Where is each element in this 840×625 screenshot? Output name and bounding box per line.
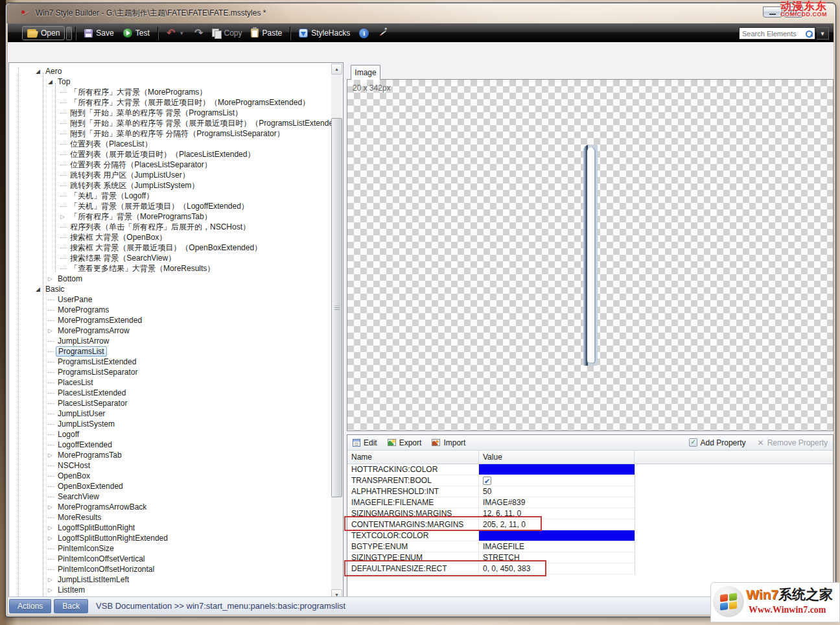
search-input[interactable] [740,30,805,38]
tree-item[interactable]: ▷MoreProgramsArrow [10,325,331,336]
property-row[interactable]: ALPHATHRESHOLD:INT50 [347,486,635,497]
documentation-breadcrumb[interactable]: VSB Documentation >> win7:start_menu:pan… [96,601,345,611]
expander-closed-icon[interactable]: ▷ [48,535,56,541]
tree-item[interactable]: PinItemIconOffsetHorizontal [10,564,331,574]
tree-item[interactable]: ProgramsList [10,346,331,357]
tree-item[interactable]: 附到「开始」菜单的程序等 背景（ProgramsList） [10,108,331,118]
tree-item[interactable]: LogoffExtended [10,440,331,450]
tree-item[interactable]: 「所有程序」大背景（MorePrograms） [10,87,331,97]
tree-item[interactable]: SearchView [10,491,331,502]
copy-button[interactable]: Copy [207,27,246,40]
tree-item[interactable]: JumpListUser [10,408,331,419]
tree-item[interactable]: JumpListSystem [10,419,331,429]
edit-button[interactable]: Edit [353,438,377,447]
tree-item[interactable]: ▷LogoffSplitButtonRightExtended [10,533,331,543]
property-row[interactable]: HOTTRACKING:COLOR [347,464,635,475]
scroll-up-button[interactable]: ▲ [331,64,342,75]
tree-vertical-scrollbar[interactable]: ▲ ▼ [331,64,342,600]
expander-open-icon[interactable]: ◢ [36,68,43,75]
tree-item[interactable]: 程序列表（单击「所有程序」后展开的，NSCHost） [10,222,331,232]
paste-button[interactable]: Paste [246,27,286,40]
tools-button[interactable] [373,27,392,40]
minimize-button[interactable] [763,6,782,18]
remove-property-button[interactable]: ✕ Remove Property [758,438,828,447]
expander-closed-icon[interactable]: ▷ [48,587,56,593]
tree-item[interactable]: ▷Bottom [10,274,331,284]
tree-item[interactable]: 位置列表（展开最近项目时）（PlacesListExtended） [10,149,331,159]
tree-item[interactable]: 「关机」背景（Logoff） [10,191,331,201]
tree-item[interactable]: ProgramsListSeparator [10,367,331,377]
tree-item[interactable]: OpenBox [10,471,331,481]
tree-item[interactable]: MorePrograms [10,305,331,315]
expander-closed-icon[interactable]: ▷ [48,576,56,583]
tree-item[interactable]: MoreResults [10,512,331,523]
tree-item[interactable]: ◢Basic [10,284,331,294]
tree-item[interactable]: PlacesListExtended [10,388,331,398]
tree-item[interactable]: MoreProgramsExtended [10,315,331,325]
test-button[interactable]: Test [119,27,154,40]
tree-item[interactable]: 搜索框 大背景（展开最近项目）（OpenBoxExtended） [10,242,331,253]
expander-closed-icon[interactable]: ▷ [48,504,56,510]
tree-item[interactable]: ▷MoreProgramsTab [10,450,331,460]
undo-dropdown-icon[interactable]: ▼ [179,30,184,36]
column-header-value[interactable]: Value [479,451,635,464]
property-row[interactable]: TEXTCOLOR:COLOR [347,530,635,541]
property-row[interactable]: IMAGEFILE:FILENAMEIMAGE#839 [347,497,635,508]
property-row[interactable]: BGTYPE:ENUMIMAGEFILE [347,541,635,552]
tree-item[interactable]: ▷JumpListListItemLeft [10,574,331,585]
expander-closed-icon[interactable]: ▷ [60,213,68,220]
expander-open-icon[interactable]: ◢ [36,286,43,292]
tree-item[interactable]: Logoff [10,429,331,440]
redo-button[interactable]: ↷ [190,27,207,40]
tree-item[interactable]: 「查看更多结果」大背景（MoreResults） [10,263,331,274]
tree-item[interactable]: ◢Top [10,77,331,87]
tree-item[interactable]: ▷MoreProgramsArrowBack [10,502,331,512]
open-button[interactable]: Open [22,26,65,40]
tree-item[interactable]: UserPane [10,294,331,305]
column-header-name[interactable]: Name [347,451,479,464]
expander-closed-icon[interactable]: ▷ [48,525,56,531]
expander-closed-icon[interactable]: ▷ [48,327,56,334]
tree-item[interactable]: OpenBoxExtended [10,481,331,491]
site-logo[interactable]: Win7系统之家 Www.Winwin7.com [710,582,840,622]
tree-item[interactable]: 跳转列表 系统区（JumpListSystem） [10,180,331,191]
tree-item[interactable]: NSCHost [10,460,331,471]
property-row[interactable]: TRANSPARENT:BOOL✔ [347,475,635,486]
search-icon[interactable] [805,30,813,38]
stylehacks-button[interactable]: StyleHacks [294,27,355,40]
tree-item[interactable]: ◢Aero [10,66,331,77]
expander-closed-icon[interactable]: ▷ [48,276,56,282]
tree-item[interactable]: ProgramsListExtended [10,357,331,367]
save-button[interactable]: Save [80,27,118,40]
tree-item[interactable]: PlacesListSeparator [10,398,331,408]
checkbox-checked[interactable]: ✔ [483,477,491,485]
tree-item[interactable]: 附到「开始」菜单的程序等 分隔符（ProgramsListSeparator） [10,128,331,139]
export-button[interactable]: Export [388,438,422,447]
tree-item[interactable]: ▷LogoffSplitButtonRight [10,523,331,533]
search-dropdown-button[interactable]: ▼ [817,27,829,40]
tree-item[interactable]: 附到「开始」菜单的程序等 背景（展开最近项目时）（ProgramsListExt… [10,118,331,128]
tree-item[interactable]: ▷「所有程序」背景（MoreProgramsTab） [10,211,331,222]
tree-item[interactable]: PinItemIconOffsetVertical [10,554,331,564]
add-property-button[interactable]: Add Property [689,438,746,447]
scrollbar-thumb[interactable] [331,118,342,497]
tree-item[interactable]: PlacesList [10,377,331,388]
tree-item[interactable]: 搜索框 大背景（OpenBox） [10,232,331,242]
info-button[interactable]: i [355,27,373,40]
actions-button[interactable]: Actions [9,599,51,613]
expander-closed-icon[interactable]: ▷ [48,452,56,458]
import-button[interactable]: Import [432,438,465,447]
back-button[interactable]: Back [54,599,88,613]
tree-item[interactable]: 位置列表（PlacesList） [10,139,331,149]
tree-item[interactable]: JumpListArrow [10,336,331,346]
undo-button[interactable]: ↶ ▼ [162,27,190,40]
tree-item[interactable]: 位置列表 分隔符（PlacesListSeparator） [10,159,331,170]
tree-item[interactable]: ▷ListItem [10,585,331,595]
tree-item[interactable]: 搜索结果 背景（SearchView） [10,253,331,263]
open-split-button[interactable] [66,27,72,40]
tab-image[interactable]: Image [351,65,380,80]
tree-item[interactable]: 「所有程序」大背景（展开最近项目时）（MoreProgramsExtended） [10,97,331,108]
tree-item[interactable]: PinItemIconSize [10,543,331,554]
tree-item[interactable]: 「关机」背景（展开最近项目）（LogoffExtended） [10,201,331,211]
title-bar[interactable]: Win7 Style Builder - G:\主题制作\主题\FATE\FAT… [6,3,835,23]
